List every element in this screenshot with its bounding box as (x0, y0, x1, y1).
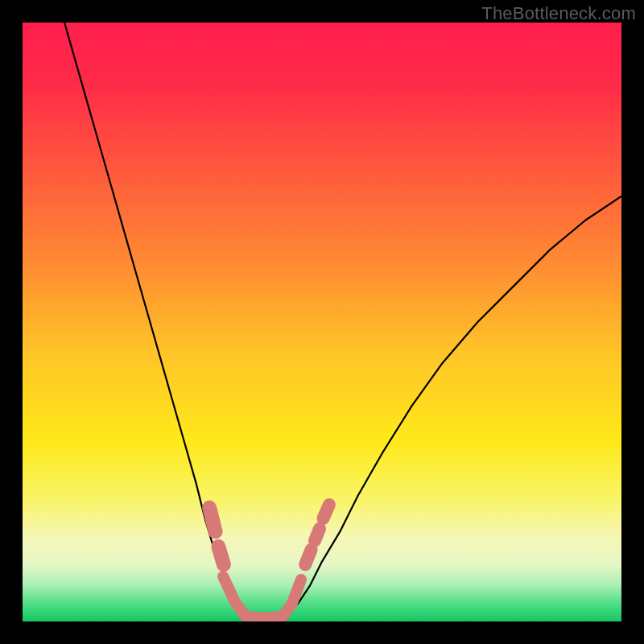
series-right-marker-a (305, 550, 311, 565)
series-right-marker-b (315, 529, 320, 541)
watermark-text: TheBottleneck.com (481, 3, 636, 24)
curve-layer (23, 23, 621, 621)
plot-area (23, 23, 621, 621)
series-bottom-band (223, 576, 301, 617)
outer-frame: TheBottleneck.com (0, 0, 644, 644)
series-left-marker-upper (209, 508, 215, 532)
series-right-curve (289, 196, 621, 613)
series-left-marker-lower (218, 547, 224, 564)
series-right-marker-c (323, 505, 328, 518)
